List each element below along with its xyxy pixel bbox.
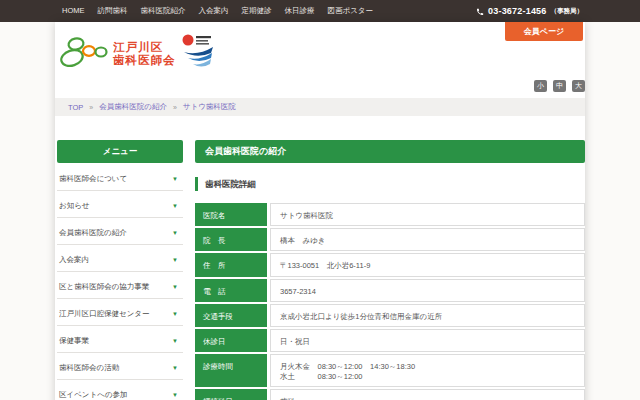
- breadcrumb-home-link[interactable]: TOP: [68, 103, 83, 112]
- table-row-closed-days: 休診日 日・祝日: [195, 329, 585, 352]
- phone-contact: 03-3672-1456 （事務局）: [476, 2, 583, 20]
- clinic-detail-table: 医院名 サトウ歯科医院 院 長 橋本 みゆき 住 所 〒133-0051 北小岩…: [195, 203, 585, 400]
- page-title: 会員歯科医院の紹介: [195, 140, 585, 163]
- nav-checkup[interactable]: 定期健診: [242, 6, 272, 16]
- section-title: 歯科医院詳細: [195, 177, 585, 191]
- sidebar-item-cooperation[interactable]: 区と歯科医師会の協力事業 ▼: [57, 276, 183, 299]
- content-area: メニュー 歯科医師会について ▼ お知らせ ▼ 会員歯科医院の紹介 ▼ 入会案内…: [55, 116, 585, 400]
- sidebar-item-admission[interactable]: 入会案内 ▼: [57, 249, 183, 272]
- table-row-hours: 診療時間 月火木金 08:30～12:00 14:30～18:30 水土 08:…: [195, 354, 585, 387]
- nav-poster[interactable]: 図画ポスター: [328, 6, 374, 16]
- chevron-down-icon: ▼: [172, 257, 178, 263]
- logo-rings-icon: [59, 34, 109, 74]
- table-row-director: 院 長 橋本 みゆき: [195, 228, 585, 251]
- chevron-down-icon: ▼: [172, 176, 178, 182]
- chevron-down-icon: ▼: [172, 365, 178, 371]
- breadcrumb-separator: »: [173, 104, 177, 111]
- chevron-down-icon: ▼: [172, 311, 178, 317]
- breadcrumb-current[interactable]: サトウ歯科医院: [183, 102, 236, 112]
- sidebar-item-news[interactable]: お知らせ ▼: [57, 195, 183, 218]
- chevron-down-icon: ▼: [172, 284, 178, 290]
- sidebar-item-ward-events[interactable]: 区イベントへの参加 ▼: [57, 384, 183, 400]
- hours-line-2: 水土 08:30～12:00: [280, 372, 576, 382]
- sidebar-item-oral-health-center[interactable]: 江戸川区口腔保健センター ▼: [57, 303, 183, 326]
- chevron-down-icon: ▼: [172, 338, 178, 344]
- table-row-clinic-name: 医院名 サトウ歯科医院: [195, 203, 585, 226]
- font-size-large-button[interactable]: 大: [572, 80, 585, 92]
- site-logo[interactable]: 江戸川区 歯科医師会: [59, 32, 229, 76]
- table-row-phone: 電 話 3657-2314: [195, 279, 585, 302]
- sidebar-item-about[interactable]: 歯科医師会について ▼: [57, 168, 183, 191]
- phone-note: （事務局）: [551, 7, 584, 16]
- breadcrumb-parent-link[interactable]: 会員歯科医院の紹介: [99, 102, 167, 112]
- top-nav: HOME 訪問歯科 歯科医院紹介 入会案内 定期健診 休日診療 図画ポスター: [62, 6, 373, 16]
- main-content: 会員歯科医院の紹介 歯科医院詳細 医院名 サトウ歯科医院 院 長 橋本 みゆき …: [195, 140, 585, 400]
- nav-visiting-dental[interactable]: 訪問歯科: [98, 6, 128, 16]
- chevron-down-icon: ▼: [172, 230, 178, 236]
- page-container: 会員ページ 江戸川区 歯科医師会: [55, 22, 585, 400]
- logo-text: 江戸川区 歯科医師会: [113, 41, 176, 67]
- breadcrumb-separator: »: [89, 104, 93, 111]
- breadcrumb: TOP » 会員歯科医院の紹介 » サトウ歯科医院: [55, 98, 585, 116]
- phone-icon: [476, 2, 484, 20]
- chevron-down-icon: ▼: [172, 392, 178, 398]
- nav-holiday-care[interactable]: 休日診療: [285, 6, 315, 16]
- sidebar-item-member-clinics[interactable]: 会員歯科医院の紹介 ▼: [57, 222, 183, 245]
- association-emblem-icon: [180, 32, 216, 76]
- phone-number: 03-3672-1456: [488, 6, 546, 16]
- table-row-access: 交通手段 京成小岩北口より徒歩1分位青和信用金庫の近所: [195, 304, 585, 327]
- font-size-controls: 小 中 大: [534, 80, 585, 92]
- nav-admission[interactable]: 入会案内: [199, 6, 229, 16]
- sidebar-menu: メニュー 歯科医師会について ▼ お知らせ ▼ 会員歯科医院の紹介 ▼ 入会案内…: [57, 140, 183, 400]
- table-row-specialty: 標榜科目 歯科: [195, 389, 585, 400]
- nav-clinic-intro[interactable]: 歯科医院紹介: [141, 6, 186, 16]
- sidebar-menu-title: メニュー: [57, 140, 183, 163]
- sidebar-item-health-programs[interactable]: 保健事業 ▼: [57, 330, 183, 353]
- hours-line-1: 月火木金 08:30～12:00 14:30～18:30: [280, 362, 576, 372]
- nav-home[interactable]: HOME: [62, 6, 85, 16]
- font-size-small-button[interactable]: 小: [534, 80, 547, 92]
- site-header: 江戸川区 歯科医師会 小 中 大: [55, 22, 585, 98]
- chevron-down-icon: ▼: [172, 203, 178, 209]
- sidebar-item-activities[interactable]: 歯科医師会の活動 ▼: [57, 357, 183, 380]
- table-row-address: 住 所 〒133-0051 北小岩6-11-9: [195, 253, 585, 276]
- font-size-medium-button[interactable]: 中: [553, 80, 566, 92]
- top-navigation-bar: HOME 訪問歯科 歯科医院紹介 入会案内 定期健診 休日診療 図画ポスター 0…: [0, 0, 640, 22]
